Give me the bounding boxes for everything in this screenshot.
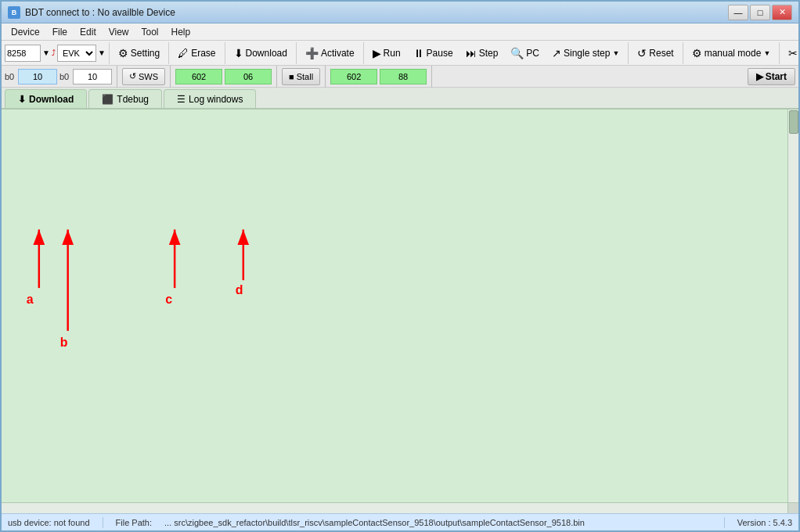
b0-label-1: b0: [5, 72, 16, 81]
start-icon: ▶: [756, 71, 763, 82]
activate-group: ➕ Activate: [300, 42, 364, 64]
reset-icon: ↺: [637, 47, 647, 59]
menu-file[interactable]: File: [46, 25, 74, 39]
value-602-2: 602: [330, 69, 377, 84]
clear-group: ✂ Clear: [783, 42, 800, 64]
log-windows-tab-icon: ☰: [177, 94, 186, 105]
param-segment-3: 602 06: [175, 66, 277, 88]
param-segment-2: ↺ SWS: [122, 66, 171, 88]
run-button[interactable]: ▶ Run: [367, 43, 406, 63]
manual-mode-button[interactable]: ⚙ manual mode ▼: [686, 43, 777, 63]
scrollbar-thumb[interactable]: [789, 110, 798, 134]
activate-button[interactable]: ➕ Activate: [300, 43, 360, 63]
start-button[interactable]: ▶ Start: [748, 68, 795, 85]
menu-bar: Device File Edit View Tool Help: [2, 23, 798, 41]
file-path-label: File Path:: [116, 518, 152, 527]
single-step-icon: ↗: [552, 47, 561, 59]
manual-mode-group: ⚙ manual mode ▼: [686, 42, 780, 64]
single-step-button[interactable]: ↗ Single step ▼: [546, 43, 625, 63]
pause-button[interactable]: ⏸ Pause: [408, 43, 459, 63]
evk-selector[interactable]: EVK: [57, 45, 96, 62]
param-input-1[interactable]: [18, 69, 57, 84]
vertical-scrollbar[interactable]: [787, 110, 798, 502]
device-dropdown-icon[interactable]: ▼: [42, 49, 50, 57]
menu-device[interactable]: Device: [5, 25, 46, 39]
erase-button[interactable]: 🖊 Erase: [172, 43, 221, 63]
title-bar: B BDT connect to : No availble Device — …: [2, 2, 798, 23]
run-icon: ▶: [373, 47, 381, 59]
menu-help[interactable]: Help: [165, 25, 197, 39]
scrollbar-corner: [787, 502, 798, 513]
step-icon: ⏭: [466, 47, 477, 59]
horizontal-scrollbar[interactable]: [2, 502, 787, 513]
param-bar: b0 b0 ↺ SWS 602 06 ■ Stall 602 88 ▶: [2, 66, 798, 88]
sws-icon: ↺: [129, 71, 136, 81]
menu-view[interactable]: View: [103, 25, 135, 39]
minimize-button[interactable]: —: [728, 5, 748, 20]
main-wrapper: a b c d: [2, 110, 798, 513]
download-button[interactable]: ⬇ Download: [229, 43, 293, 63]
erase-group: 🖊 Erase: [172, 42, 225, 64]
setting-group: ⚙ Setting: [113, 42, 169, 64]
pc-icon: 🔍: [510, 47, 524, 59]
param-segment-1: b0 b0: [5, 66, 117, 88]
reset-group: ↺ Reset: [632, 42, 683, 64]
usb-status: usb device: not found: [8, 518, 90, 527]
manual-mode-dropdown-icon[interactable]: ▼: [763, 49, 770, 57]
tab-tdebug[interactable]: ⬛ Tdebug: [88, 89, 162, 108]
close-button[interactable]: ✕: [772, 5, 792, 20]
menu-edit[interactable]: Edit: [74, 25, 103, 39]
main-content: [2, 110, 798, 513]
app-window: B BDT connect to : No availble Device — …: [0, 0, 800, 532]
device-group: ▼ ⤴ EVK ▼: [5, 42, 110, 64]
param-input-2[interactable]: [73, 69, 112, 84]
param-segment-5: 602 88: [330, 66, 432, 88]
status-separator-2: [724, 517, 725, 528]
erase-icon: 🖊: [178, 47, 189, 59]
single-step-dropdown-icon[interactable]: ▼: [612, 49, 619, 57]
download-icon: ⬇: [234, 47, 243, 59]
setting-button[interactable]: ⚙ Setting: [113, 43, 165, 63]
status-bar: usb device: not found File Path: ... src…: [2, 513, 798, 530]
tab-log-windows[interactable]: ☰ Log windows: [164, 89, 256, 108]
sws-button[interactable]: ↺ SWS: [122, 68, 165, 85]
window-title: BDT connect to : No availble Device: [25, 7, 728, 18]
pause-icon: ⏸: [413, 47, 424, 59]
pc-button[interactable]: 🔍 PC: [505, 43, 545, 63]
file-path-value: ... src\zigbee_sdk_refactor\build\tlsr_r…: [164, 518, 712, 527]
stall-button[interactable]: ■ Stall: [282, 68, 320, 85]
step-button[interactable]: ⏭ Step: [460, 43, 504, 63]
status-separator-1: [103, 517, 103, 528]
window-controls: — □ ✕: [728, 5, 792, 20]
clear-button[interactable]: ✂ Clear: [783, 43, 800, 63]
content-area: [2, 110, 798, 462]
maximize-button[interactable]: □: [750, 5, 770, 20]
stall-icon: ■: [289, 72, 294, 81]
b0-label-2: b0: [59, 72, 70, 81]
value-06: 06: [225, 69, 272, 84]
app-icon: B: [8, 6, 20, 19]
tdebug-tab-icon: ⬛: [102, 94, 114, 105]
tab-bar: ⬇ Download ⬛ Tdebug ☰ Log windows: [2, 88, 798, 110]
value-88: 88: [380, 69, 427, 84]
activate-icon: ➕: [305, 47, 319, 59]
device-arrow-icon[interactable]: ⤴: [52, 49, 56, 57]
download-tab-icon: ⬇: [18, 94, 26, 105]
reset-button[interactable]: ↺ Reset: [632, 43, 679, 63]
evk-dropdown-icon[interactable]: ▼: [98, 49, 106, 57]
param-segment-4: ■ Stall: [282, 66, 326, 88]
toolbar: ▼ ⤴ EVK ▼ ⚙ Setting 🖊 Erase ⬇ Download: [2, 41, 798, 66]
run-group: ▶ Run ⏸ Pause ⏭ Step 🔍 PC ↗ Single step …: [367, 42, 629, 64]
setting-icon: ⚙: [118, 47, 128, 59]
tab-download[interactable]: ⬇ Download: [5, 89, 87, 108]
menu-tool[interactable]: Tool: [135, 25, 165, 39]
download-group: ⬇ Download: [229, 42, 297, 64]
device-selector[interactable]: [5, 45, 41, 62]
value-602-1: 602: [175, 69, 222, 84]
manual-mode-icon: ⚙: [692, 47, 702, 59]
clear-icon: ✂: [788, 47, 798, 59]
version-text: Version : 5.4.3: [737, 518, 792, 527]
